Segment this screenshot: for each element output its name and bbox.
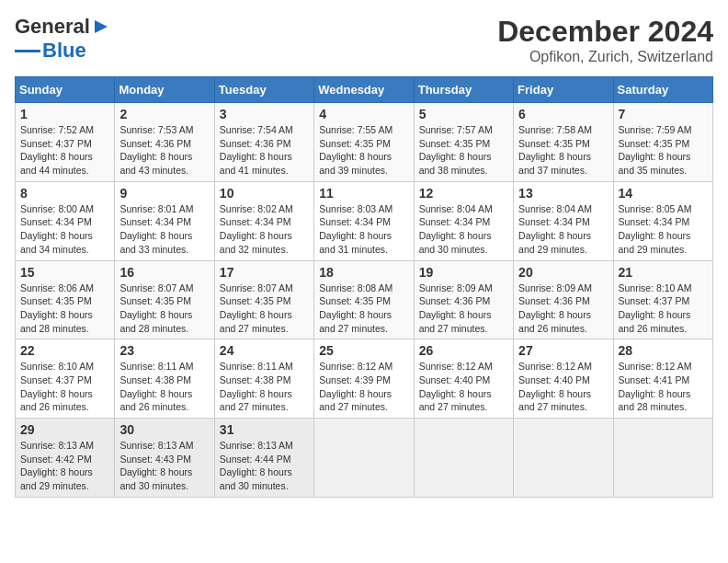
day-number: 15 [20,265,109,280]
day-number: 9 [119,186,209,201]
svg-marker-0 [95,20,108,33]
calendar-cell: 6Sunrise: 7:58 AMSunset: 4:35 PMDaylight… [514,103,613,182]
weekday-wednesday: Wednesday [314,77,414,103]
week-row-4: 22Sunrise: 8:10 AMSunset: 4:37 PMDayligh… [16,339,713,419]
logo: General Blue [15,15,111,63]
day-info: Sunrise: 8:13 AMSunset: 4:44 PMDaylight:… [220,439,309,493]
day-info: Sunrise: 8:09 AMSunset: 4:36 PMDaylight:… [419,282,508,336]
calendar-cell: 24Sunrise: 8:11 AMSunset: 4:38 PMDayligh… [214,339,313,419]
calendar-cell: 2Sunrise: 7:53 AMSunset: 4:36 PMDaylight… [115,103,214,182]
day-number: 22 [20,343,109,358]
day-info: Sunrise: 7:53 AMSunset: 4:36 PMDaylight:… [119,123,209,178]
calendar-cell: 23Sunrise: 8:11 AMSunset: 4:38 PMDayligh… [115,339,214,419]
calendar-cell [613,419,712,498]
day-info: Sunrise: 8:12 AMSunset: 4:40 PMDaylight:… [419,360,508,414]
calendar-cell: 7Sunrise: 7:59 AMSunset: 4:35 PMDaylight… [613,103,712,182]
calendar-cell: 8Sunrise: 8:00 AMSunset: 4:34 PMDaylight… [16,181,115,260]
day-info: Sunrise: 8:08 AMSunset: 4:35 PMDaylight:… [319,282,408,336]
day-info: Sunrise: 8:05 AMSunset: 4:34 PMDaylight:… [619,202,708,257]
calendar-cell: 31Sunrise: 8:13 AMSunset: 4:44 PMDayligh… [214,419,313,498]
day-info: Sunrise: 8:12 AMSunset: 4:41 PMDaylight:… [619,360,708,414]
calendar-cell: 9Sunrise: 8:01 AMSunset: 4:34 PMDaylight… [115,181,214,260]
day-number: 5 [419,107,508,121]
calendar-cell: 22Sunrise: 8:10 AMSunset: 4:37 PMDayligh… [16,339,115,419]
weekday-thursday: Thursday [414,77,513,103]
day-number: 7 [619,107,708,121]
title-section: December 2024 Opfikon, Zurich, Switzerla… [497,15,713,65]
day-info: Sunrise: 7:57 AMSunset: 4:35 PMDaylight:… [419,123,508,178]
day-info: Sunrise: 8:01 AMSunset: 4:34 PMDaylight:… [119,202,209,257]
calendar-cell: 21Sunrise: 8:10 AMSunset: 4:37 PMDayligh… [613,260,712,339]
calendar-cell: 17Sunrise: 8:07 AMSunset: 4:35 PMDayligh… [214,260,313,339]
calendar-cell: 26Sunrise: 8:12 AMSunset: 4:40 PMDayligh… [414,339,513,419]
day-info: Sunrise: 8:11 AMSunset: 4:38 PMDaylight:… [220,360,309,414]
day-number: 1 [20,107,109,121]
page-header: General Blue December 2024 Opfikon, Zuri… [15,15,713,65]
day-info: Sunrise: 7:59 AMSunset: 4:35 PMDaylight:… [619,123,708,178]
day-info: Sunrise: 8:00 AMSunset: 4:34 PMDaylight:… [20,202,109,257]
day-number: 3 [220,107,309,121]
day-info: Sunrise: 8:07 AMSunset: 4:35 PMDaylight:… [220,282,309,336]
day-number: 4 [319,107,408,121]
day-number: 26 [419,343,508,358]
day-number: 6 [518,107,608,121]
calendar-cell [514,419,613,498]
weekday-monday: Monday [115,77,214,103]
week-row-1: 1Sunrise: 7:52 AMSunset: 4:37 PMDaylight… [16,103,713,182]
day-number: 13 [518,186,608,201]
calendar-cell: 13Sunrise: 8:04 AMSunset: 4:34 PMDayligh… [514,181,613,260]
day-number: 16 [119,265,209,280]
calendar-cell: 25Sunrise: 8:12 AMSunset: 4:39 PMDayligh… [314,339,414,419]
day-info: Sunrise: 8:12 AMSunset: 4:39 PMDaylight:… [319,360,408,414]
day-number: 27 [518,343,608,358]
weekday-sunday: Sunday [16,77,115,103]
day-number: 25 [319,343,408,358]
calendar-cell: 11Sunrise: 8:03 AMSunset: 4:34 PMDayligh… [314,181,414,260]
calendar-cell: 30Sunrise: 8:13 AMSunset: 4:43 PMDayligh… [115,419,214,498]
logo-general: General [15,15,90,39]
day-number: 10 [220,186,309,201]
calendar-cell: 18Sunrise: 8:08 AMSunset: 4:35 PMDayligh… [314,260,414,339]
calendar-cell: 4Sunrise: 7:55 AMSunset: 4:35 PMDaylight… [314,103,414,182]
calendar-cell: 19Sunrise: 8:09 AMSunset: 4:36 PMDayligh… [414,260,513,339]
month-title: December 2024 [497,15,713,49]
day-info: Sunrise: 8:13 AMSunset: 4:42 PMDaylight:… [20,439,109,493]
calendar-cell: 5Sunrise: 7:57 AMSunset: 4:35 PMDaylight… [414,103,513,182]
day-number: 17 [220,265,309,280]
calendar-cell [414,419,513,498]
day-number: 14 [619,186,708,201]
day-number: 28 [619,343,708,358]
day-info: Sunrise: 8:12 AMSunset: 4:40 PMDaylight:… [518,360,608,414]
logo-arrow-icon [91,17,111,37]
calendar-cell [314,419,414,498]
day-number: 20 [518,265,608,280]
calendar-cell: 3Sunrise: 7:54 AMSunset: 4:36 PMDaylight… [214,103,313,182]
calendar-cell: 28Sunrise: 8:12 AMSunset: 4:41 PMDayligh… [613,339,712,419]
day-number: 8 [20,186,109,201]
day-info: Sunrise: 8:10 AMSunset: 4:37 PMDaylight:… [20,360,109,414]
day-info: Sunrise: 8:11 AMSunset: 4:38 PMDaylight:… [119,360,209,414]
day-info: Sunrise: 8:04 AMSunset: 4:34 PMDaylight:… [419,202,508,257]
calendar-cell: 20Sunrise: 8:09 AMSunset: 4:36 PMDayligh… [514,260,613,339]
calendar-table: SundayMondayTuesdayWednesdayThursdayFrid… [15,76,713,498]
calendar-cell: 15Sunrise: 8:06 AMSunset: 4:35 PMDayligh… [16,260,115,339]
day-number: 31 [220,422,309,437]
day-info: Sunrise: 7:52 AMSunset: 4:37 PMDaylight:… [20,123,109,178]
calendar-cell: 14Sunrise: 8:05 AMSunset: 4:34 PMDayligh… [613,181,712,260]
day-info: Sunrise: 7:54 AMSunset: 4:36 PMDaylight:… [220,123,309,178]
day-number: 19 [419,265,508,280]
day-info: Sunrise: 8:10 AMSunset: 4:37 PMDaylight:… [619,282,708,336]
week-row-3: 15Sunrise: 8:06 AMSunset: 4:35 PMDayligh… [16,260,713,339]
day-number: 23 [119,343,209,358]
day-info: Sunrise: 7:55 AMSunset: 4:35 PMDaylight:… [319,123,408,178]
day-number: 18 [319,265,408,280]
calendar-cell: 12Sunrise: 8:04 AMSunset: 4:34 PMDayligh… [414,181,513,260]
day-info: Sunrise: 7:58 AMSunset: 4:35 PMDaylight:… [518,123,608,178]
day-number: 12 [419,186,508,201]
day-number: 24 [220,343,309,358]
day-info: Sunrise: 8:04 AMSunset: 4:34 PMDaylight:… [518,202,608,257]
calendar-cell: 1Sunrise: 7:52 AMSunset: 4:37 PMDaylight… [16,103,115,182]
weekday-header-row: SundayMondayTuesdayWednesdayThursdayFrid… [16,77,713,103]
day-info: Sunrise: 8:03 AMSunset: 4:34 PMDaylight:… [319,202,408,257]
day-number: 2 [119,107,209,121]
